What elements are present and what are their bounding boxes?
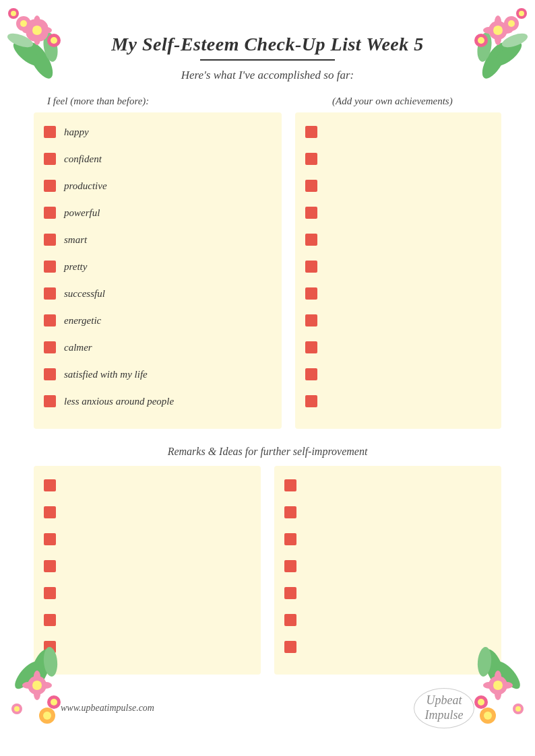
checkbox[interactable] bbox=[44, 341, 56, 353]
footer-brand-text: UpbeatImpulse bbox=[425, 693, 464, 722]
remarks-item bbox=[284, 530, 491, 549]
checklist-item-empty bbox=[305, 311, 491, 330]
svg-point-19 bbox=[8, 8, 19, 19]
checkbox[interactable] bbox=[44, 180, 56, 192]
checkbox[interactable] bbox=[305, 207, 317, 219]
checkbox[interactable] bbox=[284, 560, 296, 572]
remarks-panels bbox=[34, 466, 501, 675]
remarks-item bbox=[44, 530, 251, 549]
checklist-item-empty bbox=[305, 284, 491, 303]
footer-brand: UpbeatImpulse bbox=[414, 688, 474, 728]
remarks-panel-left bbox=[34, 466, 261, 675]
remarks-line bbox=[64, 566, 251, 567]
svg-point-10 bbox=[34, 15, 40, 28]
checkbox[interactable] bbox=[284, 533, 296, 545]
checklist-item-empty bbox=[305, 230, 491, 249]
remarks-item bbox=[284, 557, 491, 576]
svg-point-30 bbox=[508, 20, 515, 27]
checkbox[interactable] bbox=[44, 207, 56, 219]
checkbox[interactable] bbox=[44, 234, 56, 246]
svg-point-50 bbox=[11, 703, 22, 714]
empty-entry-line bbox=[325, 374, 491, 375]
main-title: My Self-Esteem Check-Up List Week 5 bbox=[34, 34, 501, 55]
checkbox[interactable] bbox=[305, 234, 317, 246]
checkbox[interactable] bbox=[305, 314, 317, 327]
remarks-item bbox=[284, 476, 491, 495]
item-label: successful bbox=[64, 288, 105, 300]
checkbox[interactable] bbox=[305, 126, 317, 138]
svg-point-31 bbox=[495, 15, 501, 28]
empty-entry-line bbox=[325, 267, 491, 267]
checklist-panel-right bbox=[295, 112, 501, 429]
svg-point-45 bbox=[22, 682, 34, 689]
checkbox[interactable] bbox=[305, 368, 317, 380]
remarks-line bbox=[64, 647, 251, 648]
svg-point-9 bbox=[20, 20, 27, 27]
checklist-item-empty bbox=[305, 176, 491, 195]
checkbox[interactable] bbox=[44, 641, 56, 653]
checkbox[interactable] bbox=[44, 560, 56, 572]
checklist-panel-left: happyconfidentproductivepowerfulsmartpre… bbox=[34, 112, 282, 429]
checklist-item-empty bbox=[305, 338, 491, 357]
checkbox[interactable] bbox=[44, 261, 56, 273]
checklist-item: happy bbox=[44, 123, 272, 141]
svg-point-34 bbox=[501, 27, 513, 34]
checkbox[interactable] bbox=[44, 533, 56, 545]
svg-point-36 bbox=[516, 8, 527, 19]
svg-point-8 bbox=[16, 16, 31, 31]
checklist-panels: happyconfidentproductivepowerfulsmartpre… bbox=[34, 112, 501, 429]
checkbox[interactable] bbox=[284, 641, 296, 653]
checkbox[interactable] bbox=[44, 614, 56, 626]
remarks-line bbox=[305, 485, 491, 486]
checkbox[interactable] bbox=[305, 395, 317, 407]
svg-point-66 bbox=[513, 703, 524, 714]
empty-entry-line bbox=[325, 159, 491, 160]
remarks-line bbox=[305, 512, 491, 513]
svg-point-51 bbox=[14, 706, 20, 712]
checkbox[interactable] bbox=[305, 261, 317, 273]
checkbox[interactable] bbox=[44, 479, 56, 491]
checkbox[interactable] bbox=[44, 287, 56, 300]
checkbox[interactable] bbox=[305, 180, 317, 192]
remarks-item bbox=[44, 611, 251, 629]
remarks-line bbox=[305, 647, 491, 648]
checkbox[interactable] bbox=[305, 341, 317, 353]
page: My Self-Esteem Check-Up List Week 5 Here… bbox=[0, 0, 535, 756]
checkbox[interactable] bbox=[44, 153, 56, 165]
checkbox[interactable] bbox=[44, 314, 56, 327]
checkbox[interactable] bbox=[44, 587, 56, 599]
checkbox[interactable] bbox=[44, 368, 56, 380]
checklist-item: less anxious around people bbox=[44, 392, 272, 411]
title-underline bbox=[200, 59, 335, 61]
svg-point-15 bbox=[36, 18, 50, 31]
remarks-item bbox=[44, 557, 251, 576]
remarks-header: Remarks & Ideas for further self-improve… bbox=[34, 446, 501, 458]
remarks-item bbox=[44, 638, 251, 656]
checklist-item-empty bbox=[305, 365, 491, 384]
checkbox[interactable] bbox=[284, 506, 296, 518]
checkbox[interactable] bbox=[284, 587, 296, 599]
col-header-left: I feel (more than before): bbox=[40, 96, 245, 107]
remarks-panel-right bbox=[274, 466, 501, 675]
checkbox[interactable] bbox=[284, 614, 296, 626]
checkbox[interactable] bbox=[44, 395, 56, 407]
remarks-item bbox=[284, 584, 491, 603]
remarks-item bbox=[44, 503, 251, 522]
remarks-line bbox=[64, 485, 251, 486]
remarks-line bbox=[64, 593, 251, 594]
empty-entry-line bbox=[325, 294, 491, 294]
empty-entry-line bbox=[325, 320, 491, 321]
checkbox[interactable] bbox=[305, 153, 317, 165]
checkbox[interactable] bbox=[284, 479, 296, 491]
item-label: satisfied with my life bbox=[64, 369, 148, 380]
remarks-item bbox=[44, 584, 251, 603]
checkbox[interactable] bbox=[44, 506, 56, 518]
item-label: less anxious around people bbox=[64, 396, 174, 407]
empty-entry-line bbox=[325, 213, 491, 213]
svg-point-20 bbox=[11, 11, 16, 16]
remarks-item bbox=[44, 476, 251, 495]
checkbox[interactable] bbox=[305, 287, 317, 300]
empty-entry-line bbox=[325, 186, 491, 186]
checkbox[interactable] bbox=[44, 126, 56, 138]
item-label: productive bbox=[64, 180, 107, 192]
